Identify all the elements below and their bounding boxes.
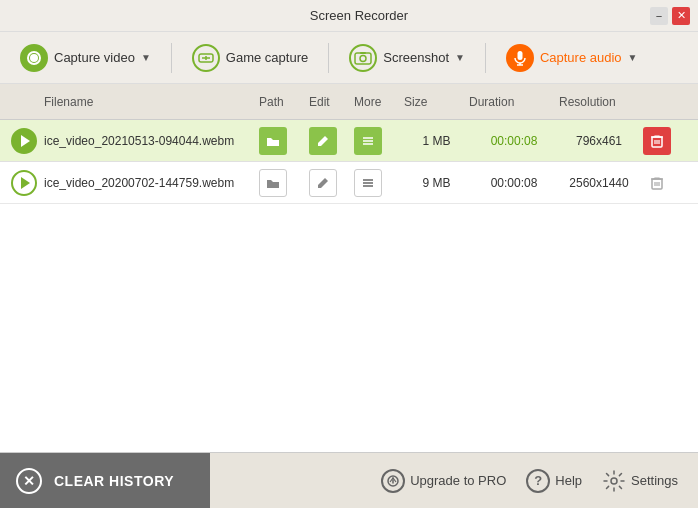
capture-video-icon — [20, 44, 48, 72]
clear-x-icon: ✕ — [16, 468, 42, 494]
svg-rect-7 — [355, 53, 371, 64]
capture-video-arrow: ▼ — [141, 52, 151, 63]
col-filename: Filename — [44, 95, 259, 109]
delete-button-2[interactable] — [643, 169, 671, 197]
table-row: ice_video_20210513-094044.webm — [0, 120, 698, 162]
upgrade-label: Upgrade to PRO — [410, 473, 506, 488]
col-more: More — [354, 95, 404, 109]
capture-audio-button[interactable]: Capture audio ▼ — [498, 38, 646, 78]
size-2: 9 MB — [404, 176, 469, 190]
more-button-2[interactable] — [354, 169, 382, 197]
play-button-1[interactable] — [11, 128, 37, 154]
play-icon-1 — [21, 135, 30, 147]
filename-1: ice_video_20210513-094044.webm — [44, 134, 259, 148]
capture-audio-label: Capture audio — [540, 50, 622, 65]
screenshot-button[interactable]: Screenshot ▼ — [341, 38, 473, 78]
resolution-2: 2560x1440 — [559, 176, 639, 190]
separator-1 — [171, 43, 172, 73]
play-button-2[interactable] — [11, 170, 37, 196]
game-capture-button[interactable]: Game capture — [184, 38, 316, 78]
window-controls: − ✕ — [650, 7, 690, 25]
game-capture-icon — [192, 44, 220, 72]
capture-audio-icon — [506, 44, 534, 72]
svg-point-3 — [202, 57, 204, 59]
col-path: Path — [259, 95, 309, 109]
empty-area — [0, 204, 698, 404]
recordings-table: Filename Path Edit More Size Duration Re… — [0, 84, 698, 452]
minimize-button[interactable]: − — [650, 7, 668, 25]
close-button[interactable]: ✕ — [672, 7, 690, 25]
screenshot-arrow: ▼ — [455, 52, 465, 63]
svg-point-4 — [208, 57, 210, 59]
upgrade-pro-button[interactable]: Upgrade to PRO — [373, 465, 514, 497]
edit-button-2[interactable] — [309, 169, 337, 197]
more-button-1[interactable] — [354, 127, 382, 155]
delete-button-1[interactable] — [643, 127, 671, 155]
help-button[interactable]: ? Help — [518, 465, 590, 497]
path-button-1[interactable] — [259, 127, 287, 155]
svg-rect-9 — [360, 52, 366, 54]
upgrade-icon — [381, 469, 405, 493]
capture-video-button[interactable]: Capture video ▼ — [12, 38, 159, 78]
screenshot-label: Screenshot — [383, 50, 449, 65]
duration-1: 00:00:08 — [469, 134, 559, 148]
edit-button-1[interactable] — [309, 127, 337, 155]
bottom-bar: ✕ CLEAR HISTORY Upgrade to PRO ? Help — [0, 452, 698, 508]
titlebar: Screen Recorder − ✕ — [0, 0, 698, 32]
filename-2: ice_video_20200702-144759.webm — [44, 176, 259, 190]
clear-history-button[interactable]: ✕ CLEAR HISTORY — [0, 453, 210, 509]
separator-2 — [328, 43, 329, 73]
path-button-2[interactable] — [259, 169, 287, 197]
settings-label: Settings — [631, 473, 678, 488]
col-duration: Duration — [469, 95, 559, 109]
separator-3 — [485, 43, 486, 73]
svg-point-30 — [611, 478, 617, 484]
screenshot-icon — [349, 44, 377, 72]
toolbar: Capture video ▼ Game capture Screenshot — [0, 32, 698, 84]
svg-point-0 — [30, 54, 38, 62]
col-edit: Edit — [309, 95, 354, 109]
svg-point-8 — [360, 55, 366, 61]
size-1: 1 MB — [404, 134, 469, 148]
app-title: Screen Recorder — [68, 8, 650, 23]
resolution-1: 796x461 — [559, 134, 639, 148]
clear-history-label: CLEAR HISTORY — [54, 473, 174, 489]
capture-audio-arrow: ▼ — [628, 52, 638, 63]
duration-2: 00:00:08 — [469, 176, 559, 190]
play-icon-2 — [21, 177, 30, 189]
col-size: Size — [404, 95, 469, 109]
game-capture-label: Game capture — [226, 50, 308, 65]
capture-video-label: Capture video — [54, 50, 135, 65]
bottom-right-actions: Upgrade to PRO ? Help Settings — [373, 465, 698, 497]
col-resolution: Resolution — [559, 95, 639, 109]
help-icon: ? — [526, 469, 550, 493]
settings-button[interactable]: Settings — [594, 465, 686, 497]
settings-icon — [602, 469, 626, 493]
svg-rect-10 — [517, 51, 522, 60]
table-row: ice_video_20200702-144759.webm — [0, 162, 698, 204]
help-label: Help — [555, 473, 582, 488]
